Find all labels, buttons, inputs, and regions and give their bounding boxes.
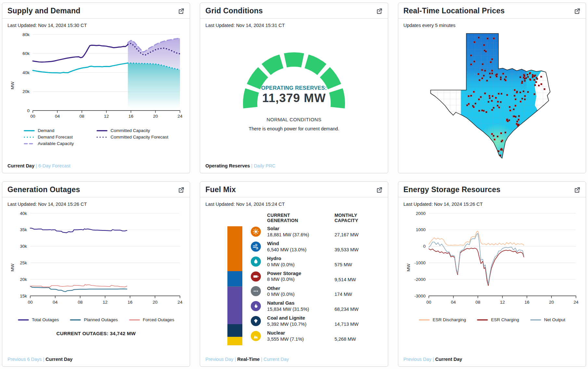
last-updated: Last Updated: Nov 14, 2024 15:26 CT <box>398 197 586 208</box>
bar-segment-solar <box>227 226 242 271</box>
panel-footer: Current Day|6-Day Forecast <box>2 159 190 173</box>
svg-text:12: 12 <box>103 300 108 305</box>
energy-storage-chart: -3000-2000-100001000200000040812162024MW <box>403 209 581 316</box>
fuel-current-generation: 3,555 MW (7.1%) <box>267 336 331 342</box>
footer-view-link-6-day-forecast[interactable]: 6-Day Forecast <box>38 163 70 168</box>
bar-segment-wind <box>227 271 242 287</box>
svg-text:20: 20 <box>153 114 158 119</box>
bar-segment-coal-and-lignite <box>227 324 242 337</box>
operating-reserves-label: OPERATING RESERVES: <box>261 85 327 91</box>
svg-text:0: 0 <box>423 244 426 249</box>
dots-icon <box>251 286 261 296</box>
legend-item-esr-charging[interactable]: ESR Charging <box>477 317 519 322</box>
svg-text:20: 20 <box>549 300 554 305</box>
footer-view-link-previous-6-days[interactable]: Previous 6 Days <box>7 357 42 362</box>
fuel-monthly-capacity: 39,533 MW <box>335 247 383 253</box>
coal-icon <box>251 316 261 326</box>
fuel-monthly-capacity: 174 MW <box>335 292 383 297</box>
legend-item-total-outages[interactable]: Total Outages <box>18 317 59 322</box>
fuel-mix-stacked-bar <box>227 226 242 345</box>
footer-view-active-operating-reserves[interactable]: Operating Reserves <box>205 163 250 168</box>
svg-text:00: 00 <box>31 114 35 119</box>
svg-text:16: 16 <box>524 300 529 305</box>
locational-prices-panel: Real-Time Locational Prices Updates ever… <box>398 3 586 173</box>
footer-view-link-current-day[interactable]: Current Day <box>263 357 289 362</box>
svg-text:MW: MW <box>10 264 15 271</box>
column-monthly-capacity: MONTHLY CAPACITY <box>335 213 383 223</box>
operating-reserves-gauge: OPERATING RESERVES:11,379 MW NORMAL COND… <box>200 38 388 131</box>
panel-footer: Previous Day|Real-Time|Current Day <box>200 353 388 366</box>
generation-outages-legend: Total OutagesPlanned OutagesForced Outag… <box>2 317 190 322</box>
svg-text:04: 04 <box>451 300 456 305</box>
fuel-table-header: CURRENT GENERATION MONTHLY CAPACITY <box>251 213 383 223</box>
footer-view-active-current-day[interactable]: Current Day <box>45 357 72 362</box>
current-outages-value: CURRENT OUTAGES: 34,742 MW <box>2 331 190 336</box>
fuel-name: Power Storage <box>267 270 331 277</box>
fuel-mix-panel: Fuel Mix Last Updated: Nov 14, 2024 15:2… <box>200 181 388 367</box>
fuel-current-generation: 8 MW (0.0%) <box>267 276 331 282</box>
panel-header: Fuel Mix <box>200 182 388 197</box>
plant-icon <box>251 331 261 341</box>
footer-view-active-real-time[interactable]: Real-Time <box>237 357 260 362</box>
legend-item-demand-forecast[interactable]: Demand Forecast <box>24 135 74 139</box>
footer-view-link-previous-day[interactable]: Previous Day <box>205 357 233 362</box>
fuel-row-coal-and-lignite: Coal and Lignite5,392 MW (10.7%)14,713 M… <box>251 315 383 327</box>
svg-text:00: 00 <box>426 300 431 305</box>
svg-text:16: 16 <box>128 300 133 305</box>
svg-text:15k: 15k <box>20 294 27 298</box>
supply-demand-panel: Supply and Demand Last Updated: Nov 14, … <box>2 3 190 173</box>
svg-text:40k: 40k <box>20 211 27 216</box>
panel-title: Real-Time Locational Prices <box>403 7 505 15</box>
external-link-icon[interactable] <box>178 187 185 193</box>
texas-price-map[interactable] <box>398 31 586 162</box>
footer-separator: | <box>431 357 435 362</box>
panel-header: Energy Storage Resources <box>398 182 586 197</box>
last-updated: Last Updated: Nov 14, 2024 15:26 CT <box>2 197 190 208</box>
footer-view-active-current-day[interactable]: Current Day <box>435 357 462 362</box>
footer-view-link-previous-day[interactable]: Previous Day <box>403 357 431 362</box>
fuel-name: Other <box>267 285 331 292</box>
droplet-icon <box>251 257 261 267</box>
fuel-row-hydro: Hydro0 MW (0.0%)575 MW <box>251 256 383 268</box>
panel-footer: Previous 6 Days|Current Day <box>2 353 190 366</box>
footer-view-link-daily-prc[interactable]: Daily PRC <box>254 163 275 168</box>
legend-item-planned-outages[interactable]: Planned Outages <box>70 317 118 322</box>
fuel-mix-table: CURRENT GENERATION MONTHLY CAPACITY Sola… <box>251 213 383 345</box>
external-link-icon[interactable] <box>376 187 383 193</box>
legend-item-forced-outages[interactable]: Forced Outages <box>129 317 174 322</box>
external-link-icon[interactable] <box>376 8 383 14</box>
legend-item-demand[interactable]: Demand <box>24 128 74 133</box>
svg-text:20k: 20k <box>22 89 30 94</box>
legend-item-committed-capacity-forecast[interactable]: Committed Capacity Forecast <box>96 135 168 139</box>
supply-demand-chart: 020k40k60k80k00040812162024MW <box>7 30 185 127</box>
footer-separator: | <box>42 357 46 362</box>
legend-item-net-output[interactable]: Net Output <box>530 317 565 322</box>
svg-text:80k: 80k <box>22 32 30 37</box>
column-current-generation: CURRENT GENERATION <box>267 213 331 223</box>
grid-status-description: There is enough power for current demand… <box>249 126 339 131</box>
svg-text:2000: 2000 <box>416 211 426 216</box>
svg-text:-1000: -1000 <box>414 260 426 265</box>
external-link-icon[interactable] <box>574 8 581 14</box>
panel-title: Supply and Demand <box>7 7 80 15</box>
energy-storage-panel: Energy Storage Resources Last Updated: N… <box>398 181 586 367</box>
fuel-monthly-capacity: 27,167 MW <box>335 232 383 238</box>
grid-status: NORMAL CONDITIONS <box>267 117 322 122</box>
legend-item-available-capacity[interactable]: Available Capacity <box>24 141 74 146</box>
svg-text:12: 12 <box>500 300 505 305</box>
external-link-icon[interactable] <box>574 187 581 193</box>
supply-demand-legend: DemandDemand ForecastAvailable CapacityC… <box>2 128 190 146</box>
panel-header: Real-Time Locational Prices <box>398 3 586 19</box>
svg-text:60k: 60k <box>22 51 30 56</box>
external-link-icon[interactable] <box>178 8 185 14</box>
footer-view-active-current-day[interactable]: Current Day <box>7 163 34 168</box>
panel-footer: Operating Reserves|Daily PRC <box>200 159 388 173</box>
legend-item-esr-discharging[interactable]: ESR Discharging <box>419 317 466 322</box>
battery-icon <box>251 271 261 282</box>
svg-text:08: 08 <box>80 114 84 119</box>
flame-icon <box>251 301 261 311</box>
legend-item-committed-capacity[interactable]: Committed Capacity <box>96 128 168 133</box>
svg-text:20k: 20k <box>20 277 27 282</box>
svg-text:-2000: -2000 <box>414 277 426 282</box>
fuel-name: Solar <box>267 226 331 232</box>
